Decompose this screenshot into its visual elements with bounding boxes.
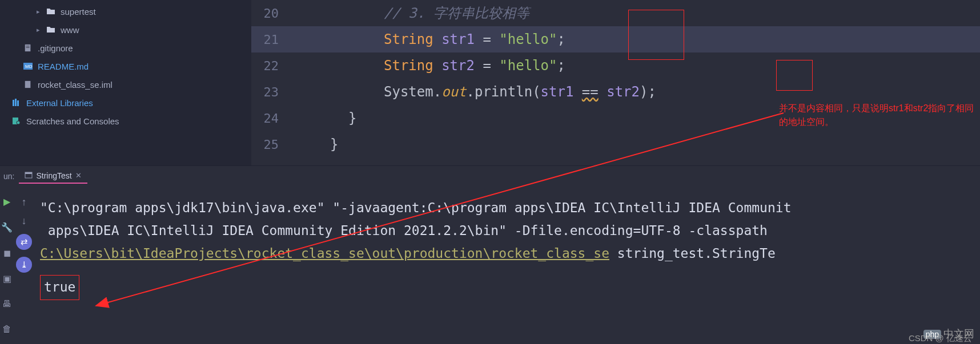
run-tab-stringtest[interactable]: StringTest ✕: [19, 169, 87, 184]
arrow-down-icon[interactable]: ↓: [22, 215, 27, 227]
tree-item-iml[interactable]: rocket_class_se.iml: [0, 75, 251, 94]
code-editor[interactable]: 20 // 3. 字符串比较相等 21 String str1 = "hello…: [251, 0, 980, 165]
project-sidebar: ▸ supertest ▸ www .gitignore MD README.m…: [0, 0, 251, 165]
console-line: "C:\program apps\jdk17\bin\java.exe" "-j…: [40, 196, 974, 219]
chevron-right-icon: ▸: [35, 26, 41, 34]
nav-arrow-column: ↑ ↓ ⇄ ⤓: [14, 186, 34, 344]
svg-rect-5: [25, 81, 31, 88]
close-icon[interactable]: ✕: [75, 171, 82, 180]
line-number: 20: [251, 6, 294, 21]
library-icon: [11, 99, 22, 107]
run-label: un:: [3, 172, 14, 181]
scroll-end-icon[interactable]: ⤓: [16, 257, 32, 273]
run-icon[interactable]: ▶: [3, 196, 10, 207]
line-number: 25: [251, 137, 294, 152]
tree-label: rocket_class_se.iml: [38, 80, 113, 90]
tree-label: .gitignore: [38, 43, 73, 53]
result-true-box: true: [40, 275, 79, 300]
console-line: C:\Users\bit\IdeaProjects\rocket_class_s…: [40, 242, 974, 265]
console-panel: ▶ 🔧 ◼ ▣ 🖶 🗑 ↑ ↓ ⇄ ⤓ "C:\program apps\jdk…: [0, 186, 980, 344]
folder-icon: [46, 26, 56, 34]
stop-icon[interactable]: ◼: [3, 248, 11, 258]
annotation-text: 并不是内容相同，只是说明str1和str2指向了相同 的地址空间。: [779, 102, 980, 129]
classpath-link[interactable]: C:\Users\bit\IdeaProjects\rocket_class_s…: [40, 246, 609, 261]
tab-icon: [25, 171, 33, 180]
line-number: 24: [251, 111, 294, 126]
run-tab-bar: un: StringTest ✕: [0, 165, 980, 186]
svg-text:MD: MD: [25, 64, 33, 69]
soft-wrap-icon[interactable]: ⇄: [16, 234, 32, 250]
tree-label: Scratches and Consoles: [26, 116, 119, 126]
arrow-up-icon[interactable]: ↑: [22, 196, 27, 208]
tree-item-external-libraries[interactable]: External Libraries: [0, 94, 251, 112]
tree-label: www: [61, 25, 79, 35]
tree-label: README.md: [38, 62, 89, 71]
tree-item-readme[interactable]: MD README.md: [0, 57, 251, 75]
tree-label: External Libraries: [26, 98, 93, 108]
markdown-icon: MD: [23, 62, 33, 70]
tree-label: supertest: [61, 7, 96, 17]
wrench-icon[interactable]: 🔧: [1, 222, 13, 233]
left-tool-column: ▶ 🔧 ◼ ▣ 🖶 🗑: [0, 186, 14, 344]
print-icon[interactable]: 🖶: [2, 299, 11, 309]
svg-rect-1: [26, 46, 30, 47]
line-number: 21: [251, 33, 294, 47]
svg-rect-6: [13, 100, 14, 106]
console-line: apps\IDEA IC\IntelliJ IDEA Community Edi…: [40, 219, 974, 242]
tree-item-scratches[interactable]: Scratches and Consoles: [0, 112, 251, 130]
layout-icon[interactable]: ▣: [3, 273, 11, 284]
tree-item-supertest[interactable]: ▸ supertest: [0, 2, 251, 21]
watermark-sub: CSDN @ 亿速云: [909, 333, 972, 344]
console-result: true: [40, 275, 974, 300]
tree-item-www[interactable]: ▸ www: [0, 21, 251, 39]
folder-icon: [46, 7, 56, 15]
svg-rect-12: [25, 172, 32, 174]
iml-icon: [23, 80, 33, 88]
scratches-icon: [11, 117, 22, 125]
line-number: 22: [251, 59, 294, 73]
file-icon: [23, 44, 33, 52]
trash-icon[interactable]: 🗑: [2, 324, 11, 334]
svg-point-10: [17, 121, 20, 124]
svg-rect-2: [26, 47, 30, 48]
chevron-right-icon: ▸: [35, 8, 41, 15]
console-output[interactable]: "C:\program apps\jdk17\bin\java.exe" "-j…: [34, 186, 980, 344]
svg-rect-8: [17, 100, 19, 106]
svg-rect-7: [15, 99, 17, 106]
tab-label: StringTest: [36, 171, 71, 180]
tree-item-gitignore[interactable]: .gitignore: [0, 39, 251, 57]
line-number: 23: [251, 85, 294, 99]
